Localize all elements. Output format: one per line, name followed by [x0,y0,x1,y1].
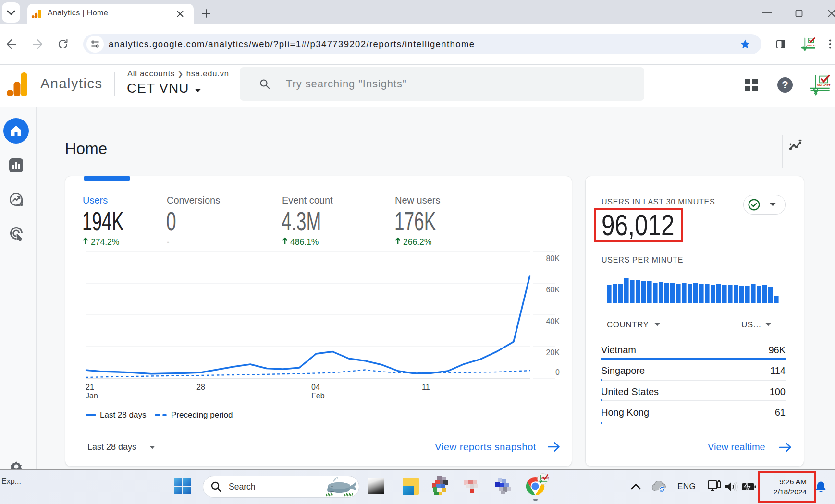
svg-text:VNU-CET: VNU-CET [817,84,831,87]
svg-text:VNU-CET: VNU-CET [807,44,816,47]
svg-text:VNU-CET: VNU-CET [541,477,549,479]
